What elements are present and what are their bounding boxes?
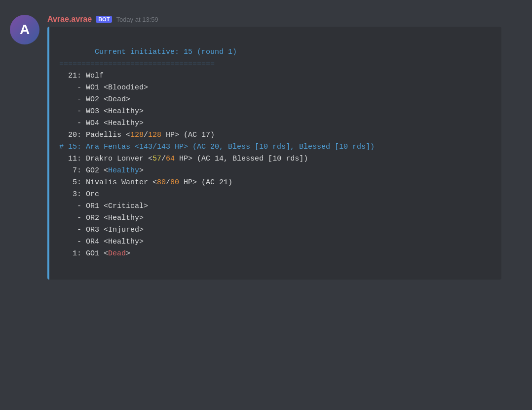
initiative-display: Current initiative: 15 (round 1) =======… <box>59 35 492 272</box>
timestamp: Today at 13:59 <box>116 16 158 23</box>
embed-box: Current initiative: 15 (round 1) =======… <box>47 27 501 280</box>
padellis-hp-max: 128 <box>148 131 161 139</box>
go2-status: Healthy <box>108 166 139 175</box>
message-body: Avrae.avrae BOT Today at 13:59 Current i… <box>47 15 522 280</box>
message-container: A Avrae.avrae BOT Today at 13:59 Current… <box>10 10 522 285</box>
bot-badge: BOT <box>96 16 112 23</box>
nivalis-hp-max: 80 <box>170 178 179 187</box>
padellis-hp-cur: 128 <box>130 131 144 139</box>
username: Avrae.avrae <box>47 15 92 24</box>
nivalis-hp-cur: 80 <box>157 178 166 187</box>
drakro-entry: 11: Drakro Lonver < <box>59 155 152 163</box>
message-header: Avrae.avrae BOT Today at 13:59 <box>47 15 522 24</box>
ara-fentas-line: # 15: Ara Fentas <143/143 HP> (AC 20, Bl… <box>59 143 375 151</box>
title-line: Current initiative: 15 (round 1) =======… <box>59 48 237 68</box>
drakro-hp-max: 64 <box>166 155 175 163</box>
go1-status: Dead <box>108 249 126 258</box>
wolf-entry: 21: Wolf - WO1 <Bloodied> - WO2 <Dead> -… <box>59 72 148 139</box>
avatar: A <box>10 15 39 44</box>
drakro-hp-cur: 57 <box>152 155 161 163</box>
avatar-letter: A <box>20 22 30 38</box>
